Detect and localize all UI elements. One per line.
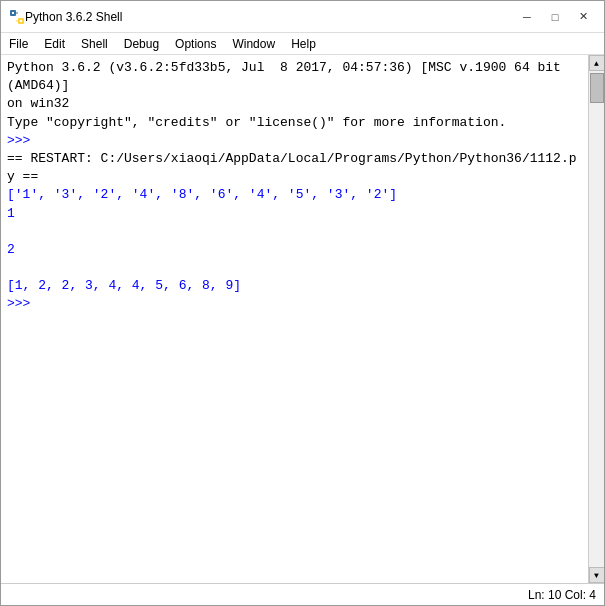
terminal-line: == RESTART: C:/Users/xiaoqi/AppData/Loca… <box>7 150 582 186</box>
window-controls: ─ □ ✕ <box>514 7 596 27</box>
content-area: Python 3.6.2 (v3.6.2:5fd33b5, Jul 8 2017… <box>1 55 604 583</box>
close-button[interactable]: ✕ <box>570 7 596 27</box>
window-title: Python 3.6.2 Shell <box>25 10 514 24</box>
svg-rect-3 <box>20 20 22 22</box>
maximize-button[interactable]: □ <box>542 7 568 27</box>
menu-options[interactable]: Options <box>167 33 224 54</box>
terminal-line: Python 3.6.2 (v3.6.2:5fd33b5, Jul 8 2017… <box>7 59 582 95</box>
terminal-line: Type "copyright", "credits" or "license(… <box>7 114 582 132</box>
terminal-line: 1 <box>7 205 582 223</box>
python-icon <box>9 9 25 25</box>
menu-help[interactable]: Help <box>283 33 324 54</box>
title-bar: Python 3.6.2 Shell ─ □ ✕ <box>1 1 604 33</box>
terminal-prompt: >>> <box>7 295 582 313</box>
terminal-line: [1, 2, 2, 3, 4, 4, 5, 6, 8, 9] <box>7 277 582 295</box>
menu-window[interactable]: Window <box>224 33 283 54</box>
cursor-position: Ln: 10 Col: 4 <box>528 588 596 602</box>
scroll-thumb[interactable] <box>590 73 604 103</box>
menu-bar: File Edit Shell Debug Options Window Hel… <box>1 33 604 55</box>
minimize-button[interactable]: ─ <box>514 7 540 27</box>
menu-file[interactable]: File <box>1 33 36 54</box>
terminal-line <box>7 223 582 241</box>
terminal-prompt: >>> <box>7 132 582 150</box>
terminal-line: ['1', '3', '2', '4', '8', '6', '4', '5',… <box>7 186 582 204</box>
scroll-down-button[interactable]: ▼ <box>589 567 605 583</box>
status-bar: Ln: 10 Col: 4 <box>1 583 604 605</box>
menu-edit[interactable]: Edit <box>36 33 73 54</box>
vertical-scrollbar[interactable]: ▲ ▼ <box>588 55 604 583</box>
terminal-line <box>7 259 582 277</box>
main-window: Python 3.6.2 Shell ─ □ ✕ File Edit Shell… <box>0 0 605 606</box>
scroll-track[interactable] <box>589 71 605 567</box>
menu-shell[interactable]: Shell <box>73 33 116 54</box>
scroll-up-button[interactable]: ▲ <box>589 55 605 71</box>
terminal-line: on win32 <box>7 95 582 113</box>
terminal-line: 2 <box>7 241 582 259</box>
terminal-output[interactable]: Python 3.6.2 (v3.6.2:5fd33b5, Jul 8 2017… <box>1 55 588 583</box>
svg-rect-1 <box>12 12 14 14</box>
menu-debug[interactable]: Debug <box>116 33 167 54</box>
